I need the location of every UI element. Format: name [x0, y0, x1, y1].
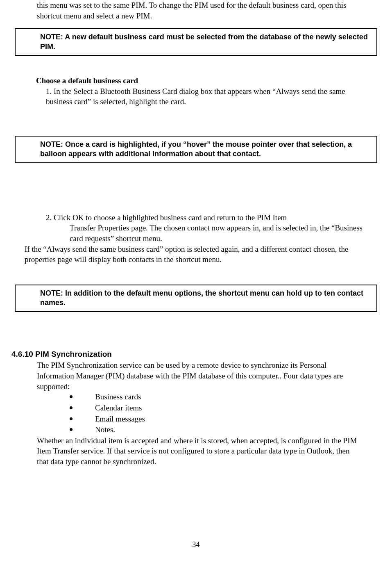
note-box-2: NOTE: Once a card is highlighted, if you… [15, 136, 377, 163]
note-text: NOTE: In addition to the default menu op… [40, 289, 363, 307]
list-item: Calendar items [70, 403, 359, 414]
step-1: 1. In the Select a Bluetooth Business Ca… [46, 86, 355, 107]
list-item: Business cards [70, 392, 359, 403]
step-2-line2: Transfer Properties page. The chosen con… [70, 223, 367, 244]
note-box-1: NOTE: A new default business card must b… [15, 28, 377, 56]
page-number: 34 [0, 540, 392, 549]
list-item: Email messages [70, 414, 359, 425]
step-2-line1: 2. Click OK to choose a highlighted busi… [46, 212, 355, 223]
data-types-list: Business cards Calendar items Email mess… [70, 392, 359, 435]
note-text: NOTE: A new default business card must b… [40, 33, 368, 50]
intro-paragraph: this menu was set to the same PIM. To ch… [37, 0, 355, 21]
note-box-3: NOTE: In addition to the default menu op… [15, 285, 377, 312]
note-text: NOTE: Once a card is highlighted, if you… [40, 140, 352, 158]
list-item: Notes. [70, 424, 359, 435]
choose-heading: Choose a default business card [36, 75, 384, 86]
after-steps-paragraph: If the “Always send the same business ca… [25, 244, 355, 265]
pim-body-2: Whether an individual item is accepted a… [37, 435, 359, 467]
pim-sync-heading: 4.6.10 PIM Synchronization [11, 349, 384, 360]
pim-body-1: The PIM Synchronization service can be u… [37, 360, 359, 392]
